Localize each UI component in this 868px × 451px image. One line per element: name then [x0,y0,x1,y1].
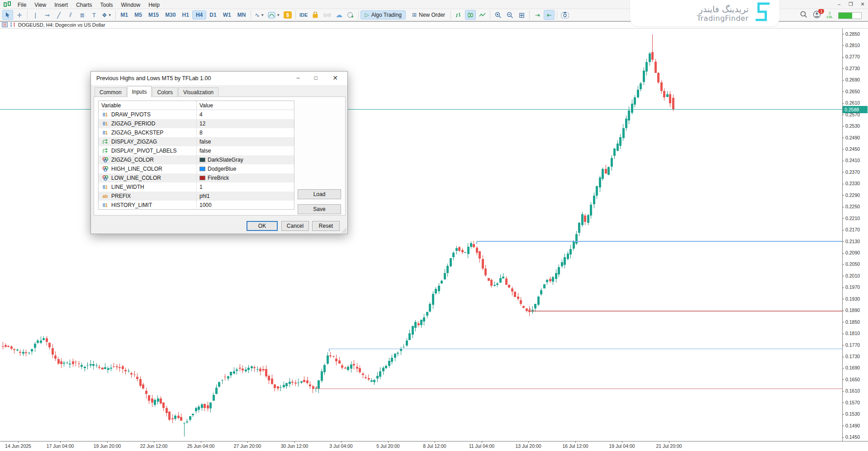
text-tool-button[interactable]: T [89,10,100,20]
reset-button[interactable]: Reset [312,221,340,231]
param-value[interactable]: DodgerBlue [196,164,294,173]
time-axis-label: 25 Jun 04:00 [187,443,215,449]
trendline-tool-button[interactable]: ╱ [53,10,64,20]
timeframe-w1-button[interactable]: W1 [220,11,234,19]
window-close-button[interactable]: ✕ [858,0,867,8]
cancel-button[interactable]: Cancel [281,221,309,231]
cloud-button[interactable]: ☁ [333,10,344,20]
timeframe-m15-button[interactable]: M15 [145,11,162,19]
dialog-resize-grip[interactable] [342,228,346,233]
bar-chart-mode-button[interactable] [453,10,464,20]
window-minimize-button[interactable]: – [835,0,844,8]
vertical-line-tool-button[interactable]: ∣ [30,10,41,20]
param-row-display_pivot_labels[interactable]: DISPLAY_PIVOT_LABELSfalse [99,146,294,155]
price-tick [842,264,844,265]
param-row-zigzag_backstep[interactable]: 01ZIGZAG_BACKSTEP8 [99,128,294,137]
timeframe-m5-button[interactable]: M5 [131,11,145,19]
chart-type-button[interactable]: ∿▼ [253,10,266,20]
menu-charts[interactable]: Charts [72,1,96,9]
market-button[interactable] [310,10,321,20]
menu-view[interactable]: View [30,1,50,9]
crosshair-tool-button[interactable]: ✛ [14,10,25,20]
dialog-close-button[interactable]: ✕ [327,72,343,84]
mt5-logo-icon [2,1,14,8]
vps-button[interactable] [345,10,356,20]
tab-colors[interactable]: Colors [152,87,178,97]
tab-common[interactable]: Common [95,87,127,97]
shapes-tool-button[interactable]: ❖▼ [100,10,113,20]
price-tick [842,414,844,415]
param-value[interactable]: phl1 [196,192,294,201]
time-tick [341,441,342,443]
price-axis-label: 0.2410 [845,158,860,163]
time-axis-label: 14 Jun 2025 [5,443,31,449]
tile-windows-button[interactable]: ⊞ [516,10,527,20]
param-row-display_zigzag[interactable]: DISPLAY_ZIGZAGfalse [99,137,294,146]
load-button[interactable]: Load [298,189,341,199]
cursor-tool-button[interactable] [2,10,13,20]
search-icon[interactable] [800,11,807,20]
ok-button[interactable]: OK [247,221,278,231]
dialog-minimize-button[interactable]: – [290,72,306,84]
menu-help[interactable]: Help [144,1,164,9]
param-value[interactable]: 1 [196,182,294,192]
param-value[interactable]: 8 [196,128,294,137]
timeframe-d1-button[interactable]: D1 [206,11,219,19]
candlestick-mode-button[interactable] [465,10,476,20]
param-row-history_limit[interactable]: 01HISTORY_LIMIT1000 [99,201,294,210]
param-row-zigzag_color[interactable]: ZIGZAG_COLORDarkSlateGray [99,155,294,164]
price-axis-label: 0.2370 [845,169,860,175]
chart-shift-button[interactable]: ⇤ [544,10,555,20]
param-row-line_width[interactable]: 01LINE_WIDTH1 [99,182,294,192]
param-row-prefix[interactable]: abPREFIXphl1 [99,192,294,201]
param-value[interactable]: 1000 [196,201,294,210]
tab-visualization[interactable]: Visualization [178,87,218,97]
indicators-button[interactable]: ▼ [266,10,281,20]
zoom-out-button[interactable] [504,10,515,20]
new-order-button[interactable]: ⊞ New Order [408,11,449,19]
param-value[interactable]: FireBrick [196,173,294,182]
menu-insert[interactable]: Insert [50,1,72,9]
param-value[interactable]: DarkSlateGray [196,155,294,164]
signals-button[interactable]: ((o)) [322,10,332,20]
zoom-in-button[interactable] [493,10,503,20]
price-axis-label: 0.2690 [845,77,860,82]
screenshot-button[interactable] [560,10,570,20]
param-value[interactable]: false [196,146,294,155]
dialog-maximize-button[interactable]: □ [308,72,323,84]
level-progress-bar[interactable] [838,12,862,19]
algo-trading-button[interactable]: ▷ Algo Trading [360,10,406,19]
timeframe-mn-button[interactable]: MN [234,11,249,19]
window-restore-button[interactable]: ❐ [846,0,855,8]
timeframe-m30-button[interactable]: M30 [162,11,179,19]
timeframe-h4-button[interactable]: H4 [192,10,206,19]
param-row-high_line_color[interactable]: HIGH_LINE_COLORDodgerBlue [99,164,294,173]
tab-inputs[interactable]: Inputs [127,86,152,97]
lvl-indicator[interactable]: ⇧ LVL [826,12,833,19]
param-value[interactable]: 4 [196,110,294,119]
menu-tools[interactable]: Tools [96,1,117,9]
timeframe-h1-button[interactable]: H1 [179,11,192,19]
param-row-draw_pivots[interactable]: 01DRAW_PIVOTS4 [99,110,294,119]
channel-tool-button[interactable]: ⫽ [65,10,76,20]
save-button[interactable]: Save [298,204,341,214]
fibonacci-tool-button[interactable]: ≣ [77,10,88,20]
param-row-low_line_color[interactable]: LOW_LINE_COLORFireBrick [99,173,294,182]
param-value[interactable]: 12 [196,119,294,128]
timeframe-m1-button[interactable]: M1 [118,11,132,19]
ide-button[interactable]: IDE [298,10,309,20]
param-row-zigzag_period[interactable]: 01ZIGZAG_PERIOD12 [99,119,294,128]
auto-scroll-button[interactable]: ⇥ [532,10,543,20]
economic-calendar-button[interactable]: $ [282,10,293,20]
horizontal-line-tool-button[interactable]: ⊸ [42,10,52,20]
profile-icon[interactable]: 1 [813,10,821,20]
parameters-table[interactable]: VariableValue01DRAW_PIVOTS401ZIGZAG_PERI… [98,101,294,210]
line-chart-mode-button[interactable] [477,10,488,20]
time-axis-label: 3 Jul 04:00 [329,443,352,449]
price-axis-label: 0.2330 [845,181,860,186]
indicator-settings-dialog[interactable]: Previous Highs and Lows MT5 by TFLab 1.0… [90,71,348,234]
menu-window[interactable]: Window [117,1,145,9]
param-value[interactable]: false [196,137,294,146]
menu-file[interactable]: File [14,1,30,9]
price-tick [842,426,844,426]
